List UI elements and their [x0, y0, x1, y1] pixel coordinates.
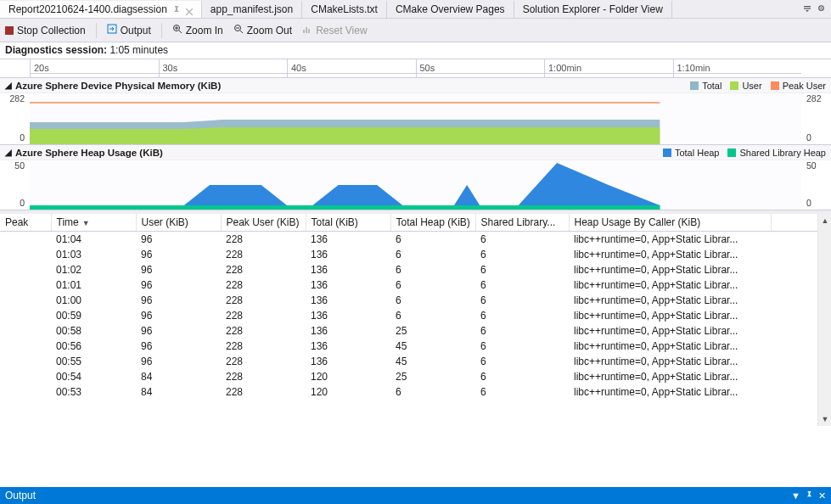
table-row[interactable]: 00:538422812066libc++runtime=0, App+Stat…	[0, 384, 831, 400]
session-value: 1:05 minutes	[109, 44, 168, 56]
table-cell: 01:01	[51, 277, 136, 293]
table-cell: 136	[306, 308, 390, 323]
table-cell: 228	[221, 323, 306, 339]
table-cell: libc++runtime=0, App+Static Librar...	[569, 323, 772, 339]
table-cell: libc++runtime=0, App+Static Librar...	[569, 232, 772, 248]
zoom-out-button[interactable]: Zoom Out	[233, 24, 292, 36]
session-status: Diagnostics session: 1:05 minutes	[0, 42, 831, 59]
scroll-up-icon[interactable]: ▲	[818, 214, 831, 227]
stop-collection-button[interactable]: Stop Collection	[5, 25, 86, 36]
table-row[interactable]: 01:019622813666libc++runtime=0, App+Stat…	[0, 277, 831, 293]
timeline-ruler[interactable]: 20s30s40s50s1:00min1:10min	[0, 59, 831, 78]
gear-icon[interactable]	[817, 3, 826, 15]
heap-table[interactable]: PeakTime▼User (KiB)Peak User (KiB)Total …	[0, 214, 831, 400]
legend-item: Total	[690, 81, 722, 91]
table-cell: 6	[475, 247, 569, 262]
tab-app-manifest[interactable]: app_manifest.json	[202, 1, 302, 18]
table-cell: 00:59	[51, 308, 136, 323]
chart-header[interactable]: ◢ Azure Sphere Device Physical Memory (K…	[0, 78, 831, 93]
svg-rect-8	[306, 27, 307, 33]
table-cell: libc++runtime=0, App+Static Librar...	[569, 247, 772, 262]
pin-icon[interactable]	[806, 490, 813, 501]
tab-report[interactable]: Report20210624-1400.diagsession	[0, 1, 202, 18]
table-row[interactable]: 01:049622813666libc++runtime=0, App+Stat…	[0, 232, 831, 248]
table-cell: 136	[306, 354, 390, 369]
table-row[interactable]: 00:5896228136256libc++runtime=0, App+Sta…	[0, 323, 831, 339]
table-row[interactable]: 01:039622813666libc++runtime=0, App+Stat…	[0, 247, 831, 262]
tab-cmakelists[interactable]: CMakeLists.txt	[302, 1, 387, 18]
pin-icon[interactable]	[172, 5, 181, 14]
scroll-down-icon[interactable]: ▼	[818, 412, 831, 426]
table-row[interactable]: 00:599622813666libc++runtime=0, App+Stat…	[0, 308, 831, 323]
table-cell: 45	[390, 354, 475, 369]
table-cell: 96	[136, 277, 221, 293]
legend-item: Peak User	[771, 81, 826, 91]
session-label: Diagnostics session:	[5, 44, 107, 56]
table-cell: 228	[221, 247, 306, 262]
diagnostics-toolbar: Stop Collection Output Zoom In Zoom Out …	[0, 19, 831, 42]
chart-body[interactable]: 500 500	[0, 160, 831, 210]
y-axis-left: 2820	[0, 93, 27, 144]
column-header[interactable]: Peak	[0, 214, 51, 232]
table-cell: 136	[306, 262, 390, 277]
table-cell	[0, 384, 51, 400]
chart-body[interactable]: 2820 2820	[0, 93, 831, 144]
output-button[interactable]: Output	[107, 24, 151, 36]
tab-label: CMake Overview Pages	[396, 3, 505, 15]
close-icon[interactable]: ✕	[818, 490, 826, 501]
table-cell: 228	[221, 262, 306, 277]
table-cell: 6	[475, 308, 569, 323]
legend-item: Shared Library Heap	[727, 148, 826, 158]
column-header[interactable]: Time▼	[51, 214, 136, 232]
vertical-scrollbar[interactable]: ▲ ▼	[817, 214, 831, 426]
column-header[interactable]: Heap Usage By Caller (KiB)	[569, 214, 772, 232]
column-header[interactable]: Total (KiB)	[306, 214, 390, 232]
tab-solution-explorer[interactable]: Solution Explorer - Folder View	[514, 1, 672, 18]
tab-cmake-overview[interactable]: CMake Overview Pages	[387, 1, 514, 18]
table-cell: 25	[390, 369, 475, 384]
table-cell: 6	[475, 262, 569, 277]
close-icon[interactable]	[186, 6, 193, 13]
document-tabs: Report20210624-1400.diagsession app_mani…	[0, 0, 831, 19]
table-cell	[0, 369, 51, 384]
table-cell: 6	[390, 262, 475, 277]
table-row[interactable]: 00:5696228136456libc++runtime=0, App+Sta…	[0, 339, 831, 354]
svg-rect-9	[308, 29, 310, 33]
chart-title: Azure Sphere Heap Usage (KiB)	[15, 148, 163, 158]
chart-header[interactable]: ◢ Azure Sphere Heap Usage (KiB) Total He…	[0, 145, 831, 160]
svg-rect-13	[30, 205, 660, 210]
column-header[interactable]: Peak User (KiB)	[221, 214, 306, 232]
table-cell	[0, 354, 51, 369]
table-cell: 84	[136, 369, 221, 384]
table-cell: 6	[475, 277, 569, 293]
column-header[interactable]: User (KiB)	[136, 214, 221, 232]
table-cell: libc++runtime=0, App+Static Librar...	[569, 369, 772, 384]
svg-rect-0	[804, 6, 811, 7]
table-cell: 00:58	[51, 323, 136, 339]
table-row[interactable]: 00:5484228120256libc++runtime=0, App+Sta…	[0, 369, 831, 384]
table-cell: 228	[221, 369, 306, 384]
table-cell: 96	[136, 339, 221, 354]
zoom-in-button[interactable]: Zoom In	[172, 24, 223, 36]
table-cell: 6	[475, 323, 569, 339]
data-table: PeakTime▼User (KiB)Peak User (KiB)Total …	[0, 210, 831, 426]
table-row[interactable]: 01:029622813666libc++runtime=0, App+Stat…	[0, 262, 831, 277]
overflow-icon[interactable]	[803, 3, 811, 15]
table-cell: 96	[136, 354, 221, 369]
svg-point-3	[821, 7, 823, 8]
panel-tools: ▼ ✕	[791, 490, 826, 501]
svg-rect-1	[804, 8, 811, 8]
collapse-icon: ◢	[5, 81, 12, 90]
chevron-down-icon[interactable]: ▼	[791, 490, 800, 501]
toolbar-divider	[161, 23, 162, 38]
table-cell: 228	[221, 354, 306, 369]
reset-view-button[interactable]: Reset View	[302, 24, 367, 36]
output-panel-title[interactable]: Output ▼ ✕	[0, 487, 831, 504]
table-row[interactable]: 01:009622813666libc++runtime=0, App+Stat…	[0, 293, 831, 308]
toolbar-divider	[96, 23, 97, 38]
table-row[interactable]: 00:5596228136456libc++runtime=0, App+Sta…	[0, 354, 831, 369]
column-header[interactable]: Shared Library...	[475, 214, 569, 232]
table-cell: libc++runtime=0, App+Static Librar...	[569, 354, 772, 369]
column-header[interactable]: Total Heap (KiB)	[390, 214, 475, 232]
table-cell: 228	[221, 232, 306, 248]
